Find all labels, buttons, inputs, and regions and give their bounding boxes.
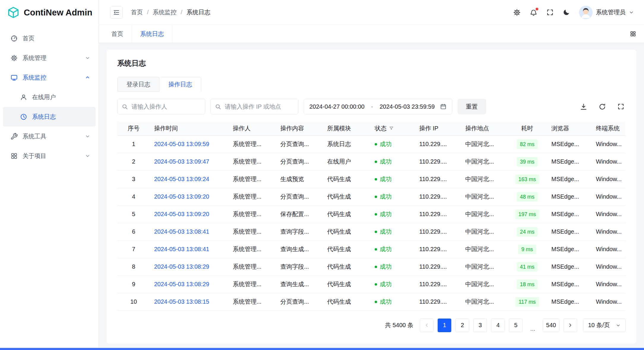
app-title: ContiNew Admin bbox=[24, 8, 92, 18]
date-range-separator: - bbox=[365, 103, 380, 110]
cell-module: 系统日志 bbox=[323, 135, 371, 153]
log-detail-link[interactable]: 2024-05-03 13:08:29 bbox=[154, 281, 209, 287]
log-detail-link[interactable]: 2024-05-03 13:08:41 bbox=[154, 228, 209, 235]
cell-os: Window... bbox=[592, 293, 626, 311]
log-detail-link[interactable]: 2024-05-03 13:09:20 bbox=[154, 193, 209, 200]
sidebar-item-label: 系统管理 bbox=[23, 54, 80, 62]
tab-system-logs[interactable]: 系统日志 bbox=[132, 25, 173, 43]
tab-login-logs[interactable]: 登录日志 bbox=[117, 77, 159, 92]
cell-serial: 7 bbox=[117, 240, 150, 258]
next-page-button[interactable] bbox=[564, 319, 577, 332]
page-button-1[interactable]: 1 bbox=[438, 319, 451, 332]
cell-location: 中国河北... bbox=[461, 240, 507, 258]
sidebar-item-home[interactable]: 首页 bbox=[3, 28, 96, 48]
download-icon[interactable] bbox=[580, 103, 587, 110]
logo-icon bbox=[7, 6, 20, 19]
cell-time: 2024-05-03 13:08:41 bbox=[150, 240, 229, 258]
sidebar-item-online-users[interactable]: 在线用户 bbox=[3, 87, 96, 107]
cell-serial: 1 bbox=[117, 135, 150, 153]
cell-module: 代码生成 bbox=[323, 240, 371, 258]
ip-search-field[interactable] bbox=[224, 103, 294, 110]
cell-time: 2024-05-03 13:09:59 bbox=[150, 135, 229, 153]
cell-content: 分页查询... bbox=[276, 135, 323, 153]
log-detail-link[interactable]: 2024-05-03 13:09:24 bbox=[154, 176, 209, 182]
col-content: 操作内容 bbox=[276, 121, 323, 135]
reset-button[interactable]: 重置 bbox=[458, 99, 486, 114]
notifications-icon[interactable] bbox=[530, 9, 537, 16]
log-detail-link[interactable]: 2024-05-03 13:08:29 bbox=[154, 263, 209, 270]
cell-operator: 系统管理... bbox=[229, 293, 276, 311]
log-detail-link[interactable]: 2024-05-03 13:09:59 bbox=[154, 141, 209, 147]
cell-ip: 110.229.... bbox=[415, 153, 461, 170]
table-row: 8 2024-05-03 13:08:29 系统管理... 查询字段... 代码… bbox=[117, 258, 626, 275]
layout-grid-icon[interactable] bbox=[630, 31, 636, 37]
table-row: 1 2024-05-03 13:09:59 系统管理... 分页查询... 系统… bbox=[117, 135, 626, 153]
log-detail-link[interactable]: 2024-05-03 13:09:47 bbox=[154, 158, 209, 165]
refresh-icon[interactable] bbox=[599, 103, 606, 110]
cell-location: 中国河北... bbox=[461, 205, 507, 223]
status-dot bbox=[375, 301, 377, 303]
status-filter-funnel-icon[interactable] bbox=[389, 126, 394, 131]
date-range-picker[interactable]: 2024-04-27 00:00:00 - 2024-05-03 23:59:5… bbox=[304, 99, 452, 114]
status-text: 成功 bbox=[380, 263, 392, 271]
tab-home[interactable]: 首页 bbox=[103, 25, 132, 43]
operator-search-field[interactable] bbox=[131, 103, 201, 110]
settings-icon[interactable] bbox=[513, 9, 521, 16]
cell-status: 成功 bbox=[371, 153, 415, 170]
col-os: 终端系统 bbox=[592, 121, 626, 135]
ip-search-input[interactable] bbox=[211, 99, 298, 114]
chevron-up-icon bbox=[85, 75, 90, 80]
cell-operator: 系统管理... bbox=[229, 240, 276, 258]
cell-time: 2024-05-03 13:08:29 bbox=[150, 258, 229, 275]
tab-operation-logs[interactable]: 操作日志 bbox=[159, 77, 201, 92]
cell-browser: MSEdge... bbox=[547, 153, 592, 170]
breadcrumb-home[interactable]: 首页 bbox=[131, 8, 143, 16]
page-button-4[interactable]: 4 bbox=[491, 319, 505, 332]
prev-page-button[interactable] bbox=[420, 319, 433, 332]
operator-search-input[interactable] bbox=[117, 99, 205, 114]
logo[interactable]: ContiNew Admin bbox=[0, 0, 99, 25]
chevron-down-icon bbox=[629, 10, 634, 15]
page-ellipsis[interactable]: ... bbox=[527, 319, 539, 332]
user-name: 系统管理员 bbox=[596, 8, 626, 16]
dashboard-icon bbox=[10, 35, 18, 42]
sidebar-item-system-tools[interactable]: 系统工具 bbox=[3, 126, 96, 146]
page-size-select[interactable]: 10 条/页 bbox=[583, 319, 626, 332]
dark-mode-moon-icon[interactable] bbox=[563, 9, 570, 16]
sidebar-item-about[interactable]: 关于项目 bbox=[3, 146, 96, 166]
status-text: 成功 bbox=[380, 298, 392, 306]
log-detail-link[interactable]: 2024-05-03 13:08:15 bbox=[154, 298, 209, 305]
sidebar-item-label: 关于项目 bbox=[23, 152, 80, 160]
log-detail-link[interactable]: 2024-05-03 13:09:20 bbox=[154, 211, 209, 217]
page-button-5[interactable]: 5 bbox=[509, 319, 523, 332]
cell-time: 2024-05-03 13:08:29 bbox=[150, 275, 229, 293]
sidebar-collapse-button[interactable] bbox=[110, 6, 123, 19]
page-button-540[interactable]: 540 bbox=[543, 319, 559, 332]
user-icon bbox=[20, 94, 27, 101]
log-detail-link[interactable]: 2024-05-03 13:08:41 bbox=[154, 246, 209, 252]
cell-content: 生成预览 bbox=[276, 170, 323, 188]
user-menu[interactable]: 系统管理员 bbox=[579, 6, 634, 19]
cell-serial: 10 bbox=[117, 293, 150, 311]
cell-browser: MSEdge... bbox=[547, 293, 592, 311]
fullscreen-icon[interactable] bbox=[546, 9, 554, 16]
sidebar-item-system-management[interactable]: 系统管理 bbox=[3, 48, 96, 68]
cell-status: 成功 bbox=[371, 205, 415, 223]
page-title: 系统日志 bbox=[117, 58, 626, 68]
breadcrumb-separator: / bbox=[181, 9, 183, 16]
page-button-2[interactable]: 2 bbox=[455, 319, 469, 332]
date-range-start[interactable]: 2024-04-27 00:00:00 bbox=[309, 103, 365, 110]
breadcrumb-system-monitor[interactable]: 系统监控 bbox=[153, 8, 177, 16]
sidebar-item-system-logs[interactable]: 系统日志 bbox=[3, 107, 96, 126]
cell-serial: 9 bbox=[117, 275, 150, 293]
app-window: ContiNew Admin 首页 系统管理 bbox=[0, 0, 644, 350]
cell-cost: 163 ms bbox=[507, 170, 547, 188]
page-button-3[interactable]: 3 bbox=[473, 319, 487, 332]
cell-os: Window... bbox=[592, 275, 626, 293]
main-area: 首页 / 系统监控 / 系统日志 bbox=[99, 0, 644, 350]
cell-serial: 4 bbox=[117, 188, 150, 205]
sidebar-item-system-monitor[interactable]: 系统监控 bbox=[3, 68, 96, 87]
wrench-icon bbox=[10, 133, 18, 140]
date-range-end[interactable]: 2024-05-03 23:59:59 bbox=[379, 103, 435, 110]
table-fullscreen-icon[interactable] bbox=[617, 103, 624, 110]
